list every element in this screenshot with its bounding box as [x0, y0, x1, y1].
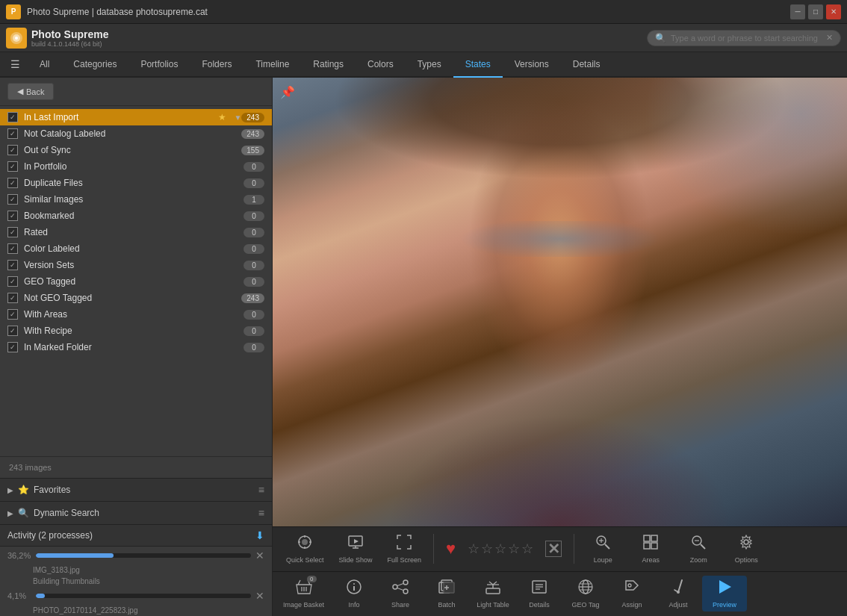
dynamic-search-panel-header[interactable]: ▶ 🔍 Dynamic Search ≡ [0, 502, 272, 524]
dynamic-search-menu-icon[interactable]: ≡ [258, 507, 264, 519]
tab-types[interactable]: Types [406, 52, 453, 78]
state-item-with-recipe[interactable]: ✓ With Recipe 0 [0, 323, 272, 339]
tab-versions[interactable]: Versions [503, 52, 561, 78]
areas-icon [642, 534, 659, 554]
preview-button[interactable]: Preview [702, 576, 747, 612]
star-3[interactable]: ☆ [494, 541, 506, 557]
tab-details[interactable]: Details [561, 52, 612, 78]
state-item-not-catalog-labeled[interactable]: ✓ Not Catalog Labeled 243 [0, 125, 272, 142]
state-checkbox[interactable]: ✓ [7, 161, 18, 172]
svg-point-59 [677, 591, 680, 594]
batch-button[interactable]: Batch [424, 576, 469, 612]
areas-button[interactable]: Areas [628, 531, 673, 567]
star-5[interactable]: ☆ [521, 541, 533, 557]
fullscreen-button[interactable]: Full Screen [382, 531, 428, 567]
dynamic-search-label: Dynamic Search [34, 508, 258, 518]
nav-menu-icon[interactable]: ☰ [3, 52, 28, 78]
state-item-bookmarked[interactable]: ✓ Bookmarked 0 [0, 208, 272, 224]
loupe-button[interactable]: Loupe [580, 531, 625, 567]
tab-states[interactable]: States [453, 52, 503, 78]
star-1[interactable]: ☆ [468, 541, 480, 557]
tab-portfolios[interactable]: Portfolios [128, 52, 190, 78]
star-rating[interactable]: ☆ ☆ ☆ ☆ ☆ [465, 541, 536, 557]
svg-rect-41 [486, 588, 500, 594]
tab-colors[interactable]: Colors [356, 52, 406, 78]
state-checkbox[interactable]: ✓ [7, 309, 18, 320]
search-clear-icon[interactable]: ✕ [826, 33, 833, 43]
favorites-panel: ▶ ⭐ Favorites ≡ [0, 479, 272, 502]
info-button[interactable]: Info [332, 576, 376, 612]
state-count: 0 [243, 310, 264, 320]
state-checkbox[interactable]: ✓ [7, 145, 18, 155]
state-checkbox[interactable]: ✓ [7, 260, 18, 270]
details-button[interactable]: Details [517, 576, 562, 612]
state-item-in-marked-folder[interactable]: ✓ In Marked Folder 0 [0, 339, 272, 355]
progress-2-cancel-icon[interactable]: ✕ [255, 590, 264, 602]
state-checkbox[interactable]: ✓ [7, 326, 18, 336]
state-checkbox[interactable]: ✓ [7, 128, 18, 139]
state-item-geo-tagged[interactable]: ✓ GEO Tagged 0 [0, 273, 272, 290]
state-item-in-portfolio[interactable]: ✓ In Portfolio 0 [0, 158, 272, 175]
app-header: Photo Supreme build 4.1.0.1448 (64 bit) … [0, 24, 847, 52]
quick-select-button[interactable]: Quick Select [280, 531, 330, 567]
adjust-button[interactable]: Adjust [656, 576, 701, 612]
state-count: 155 [241, 146, 264, 155]
state-checkbox[interactable]: ✓ [7, 227, 18, 237]
star-2[interactable]: ☆ [481, 541, 493, 557]
star-4[interactable]: ☆ [508, 541, 520, 557]
progress-1-filename: IMG_3183.jpg [0, 564, 272, 576]
state-item-similar-images[interactable]: ✓ Similar Images 1 [0, 191, 272, 208]
state-item-not-geo-tagged[interactable]: ✓ Not GEO Tagged 243 [0, 290, 272, 306]
tab-categories[interactable]: Categories [61, 52, 128, 78]
state-checkbox[interactable]: ✓ [7, 194, 18, 205]
loupe-icon [595, 534, 611, 554]
tab-all[interactable]: All [28, 52, 61, 78]
heart-button[interactable]: ♥ [440, 536, 462, 561]
progress-1-cancel-icon[interactable]: ✕ [255, 550, 264, 561]
minimize-button[interactable]: ─ [790, 4, 805, 19]
reject-icon[interactable]: ✕ [545, 541, 562, 557]
tab-folders[interactable]: Folders [190, 52, 243, 78]
download-icon[interactable]: ⬇ [255, 529, 264, 541]
maximize-button[interactable]: □ [808, 4, 823, 19]
state-count: 243 [241, 293, 264, 303]
batch-label: Batch [438, 601, 456, 609]
favorites-panel-header[interactable]: ▶ ⭐ Favorites ≡ [0, 479, 272, 501]
state-item-rated[interactable]: ✓ Rated 0 [0, 224, 272, 240]
geo-tag-button[interactable]: GEO Tag [563, 576, 608, 612]
state-item-version-sets[interactable]: ✓ Version Sets 0 [0, 257, 272, 273]
state-checkbox[interactable]: ✓ [7, 243, 18, 254]
options-button[interactable]: Options [724, 531, 769, 567]
zoom-button[interactable]: Zoom [676, 531, 721, 567]
search-input[interactable] [671, 34, 826, 43]
state-item-out-of-sync[interactable]: ✓ Out of Sync 155 [0, 142, 272, 158]
reject-button[interactable]: ✕ [539, 538, 568, 560]
state-item-color-labeled[interactable]: ✓ Color Labeled 0 [0, 240, 272, 257]
image-basket-button[interactable]: 0 Image Basket [277, 576, 330, 612]
back-button[interactable]: ◀ Back [7, 83, 54, 100]
search-area[interactable]: 🔍 ✕ [647, 30, 841, 46]
svg-point-24 [744, 540, 748, 544]
pin-icon[interactable]: 📌 [280, 85, 295, 99]
assign-button[interactable]: Assign [609, 576, 654, 612]
light-table-button[interactable]: Light Table [471, 576, 515, 612]
state-checkbox[interactable]: ✓ [7, 178, 18, 188]
state-checkbox[interactable]: ✓ [7, 276, 18, 287]
progress-row-1: 36,2% ✕ [0, 547, 272, 564]
state-item-duplicate-files[interactable]: ✓ Duplicate Files 0 [0, 175, 272, 191]
progress-2-percent: 4,1% [7, 591, 31, 600]
state-checkbox[interactable]: ✓ [7, 342, 18, 352]
tab-ratings[interactable]: Ratings [301, 52, 356, 78]
heart-icon[interactable]: ♥ [446, 539, 456, 559]
state-item-with-areas[interactable]: ✓ With Areas 0 [0, 306, 272, 323]
favorites-menu-icon[interactable]: ≡ [258, 484, 264, 496]
state-checkbox[interactable]: ✓ [7, 211, 18, 221]
state-checkbox[interactable]: ✓ [7, 293, 18, 303]
tab-timeline[interactable]: Timeline [243, 52, 301, 78]
share-button[interactable]: Share [378, 576, 423, 612]
close-button[interactable]: ✕ [826, 4, 841, 19]
slideshow-button[interactable]: Slide Show [333, 531, 379, 567]
state-item-in-last-import[interactable]: ✓ In Last Import ★ ▼ 243 [0, 109, 272, 125]
state-checkbox[interactable]: ✓ [7, 112, 18, 122]
svg-point-56 [628, 584, 631, 587]
